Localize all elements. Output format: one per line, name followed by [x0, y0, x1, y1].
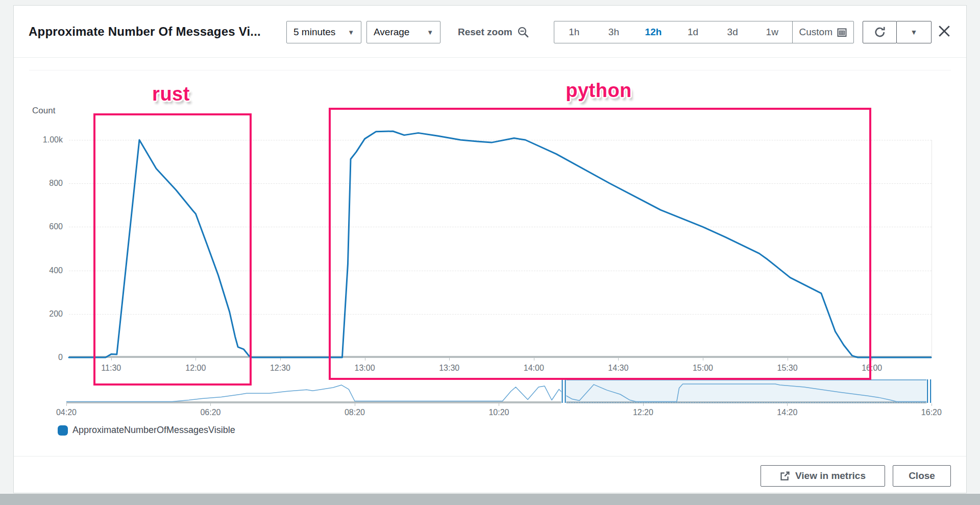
calendar-icon [837, 28, 847, 37]
y-axis-title: Count [32, 106, 55, 116]
x-tick-13:00: 13:00 [345, 364, 385, 373]
chevron-down-icon: ▼ [911, 28, 918, 36]
x-tickmark-13:00 [365, 358, 365, 360]
y-tick-1.00k: 1.00k [20, 135, 63, 145]
main-x-axis [69, 356, 932, 358]
period-dropdown-value: 5 minutes [293, 27, 335, 38]
legend-color-swatch [58, 425, 68, 436]
x-tickmark-11:30 [111, 358, 112, 360]
external-link-icon [780, 471, 790, 481]
metric-detail-modal [13, 5, 967, 493]
x-tick-14:00: 14:00 [513, 364, 554, 373]
chevron-down-icon: ▼ [427, 29, 433, 36]
x-tick-16:00: 16:00 [851, 364, 892, 373]
range-button-12h[interactable]: 12h [633, 21, 673, 43]
refresh-icon [873, 26, 887, 39]
x-tickmark-14:30 [618, 358, 619, 360]
x-tickmark-14:00 [534, 358, 534, 360]
y-tick-400: 400 [20, 266, 63, 275]
x-tickmark-12:30 [280, 358, 281, 360]
x-tick-11:30: 11:30 [91, 364, 132, 373]
brush-tickmark-04:20 [66, 403, 67, 406]
annotation-label-rust: rust [138, 83, 204, 105]
brush-tick-14:20: 14:20 [767, 408, 807, 417]
brush-tick-10:20: 10:20 [478, 408, 519, 417]
gridline-200 [69, 314, 932, 315]
close-button-label: Close [909, 470, 935, 482]
x-tick-15:00: 15:00 [682, 364, 723, 373]
brush-tickmark-12:20 [643, 403, 644, 406]
brush-tick-04:20: 04:20 [46, 408, 87, 417]
x-tickmark-12:00 [195, 358, 196, 360]
brush-tick-12:20: 12:20 [623, 408, 664, 417]
y-tick-200: 200 [20, 309, 63, 319]
content-divider [29, 70, 951, 70]
gridline-800 [69, 183, 932, 184]
x-glyph [938, 25, 951, 38]
custom-range-label: Custom [799, 27, 832, 38]
x-tickmark-15:00 [703, 358, 703, 360]
zoom-out-icon [517, 26, 529, 38]
legend-label: ApproximateNumberOfMessagesVisible [72, 425, 235, 436]
gridline-600 [69, 227, 932, 227]
brush-tickmark-16:20 [932, 403, 932, 406]
legend: ApproximateNumberOfMessagesVisible [58, 425, 235, 436]
chevron-down-icon: ▼ [348, 29, 354, 36]
brush-tick-08:20: 08:20 [334, 408, 375, 417]
refresh-options-button[interactable]: ▼ [896, 21, 932, 43]
y-tick-0: 0 [20, 353, 63, 362]
reset-zoom-button[interactable]: Reset zoom [458, 21, 529, 43]
period-dropdown[interactable]: 5 minutes ▼ [286, 21, 361, 43]
range-button-3h[interactable]: 3h [594, 21, 634, 43]
x-tickmark-13:30 [449, 358, 450, 360]
x-tickmark-16:00 [872, 358, 872, 360]
modal-title: Approximate Number Of Messages Vi... [29, 25, 261, 39]
range-button-1h[interactable]: 1h [554, 21, 594, 43]
x-tick-13:30: 13:30 [429, 364, 470, 373]
close-icon[interactable] [937, 23, 952, 39]
x-tick-14:30: 14:30 [598, 364, 639, 373]
x-tick-12:30: 12:30 [260, 364, 301, 373]
plot-right-edge [932, 140, 932, 356]
view-in-metrics-label: View in metrics [795, 470, 866, 482]
statistic-dropdown-value: Average [374, 27, 409, 38]
brush-tickmark-10:20 [499, 403, 499, 406]
y-tick-800: 800 [20, 179, 63, 188]
view-in-metrics-button[interactable]: View in metrics [761, 465, 885, 487]
range-button-1w[interactable]: 1w [752, 21, 792, 43]
header-divider [14, 57, 966, 58]
x-tick-12:00: 12:00 [175, 364, 216, 373]
y-tick-600: 600 [20, 222, 63, 231]
gridline-400 [69, 271, 932, 271]
annotation-label-python: python [555, 80, 642, 102]
refresh-button[interactable] [863, 21, 897, 43]
reset-zoom-label: Reset zoom [458, 27, 512, 38]
brush-tickmark-14:20 [787, 403, 788, 406]
gridline-1.00k [69, 140, 932, 140]
bottom-band [0, 494, 980, 505]
brush-tickmark-08:20 [355, 403, 355, 406]
custom-range-button[interactable]: Custom [792, 21, 853, 43]
brush-tickmark-06:20 [210, 403, 211, 406]
time-range-group: 1h3h12h1d3d1w Custom [554, 21, 854, 43]
close-button[interactable]: Close [893, 465, 951, 487]
page: Approximate Number Of Messages Vi... 5 m… [0, 0, 980, 505]
statistic-dropdown[interactable]: Average ▼ [366, 21, 440, 43]
brush-tick-06:20: 06:20 [190, 408, 231, 417]
x-tickmark-15:30 [788, 358, 788, 360]
brush-tick-16:20: 16:20 [911, 408, 952, 417]
x-tick-15:30: 15:30 [767, 364, 808, 373]
range-button-3d[interactable]: 3d [713, 21, 752, 43]
footer-divider [14, 456, 966, 456]
range-button-1d[interactable]: 1d [673, 21, 713, 43]
